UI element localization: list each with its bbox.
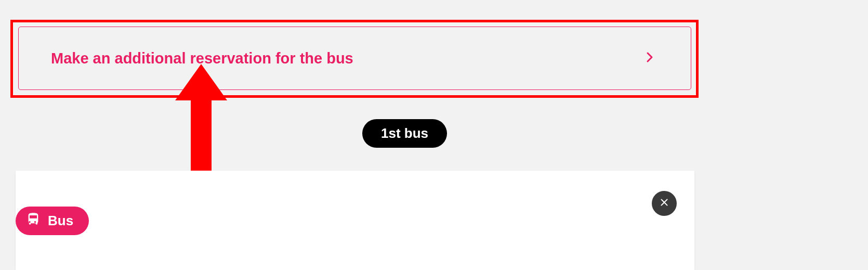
bus-order-badge: 1st bus [362,119,447,148]
bus-order-label: 1st bus [381,125,428,141]
additional-reservation-banner[interactable]: Make an additional reservation for the b… [18,27,691,90]
bus-tag: Bus [16,207,89,235]
additional-reservation-label: Make an additional reservation for the b… [51,50,353,67]
close-icon [658,196,670,211]
close-button[interactable] [652,191,677,216]
chevron-right-icon [646,52,653,65]
bus-card [16,171,694,270]
bus-tag-label: Bus [48,213,73,229]
bus-icon [26,212,41,230]
